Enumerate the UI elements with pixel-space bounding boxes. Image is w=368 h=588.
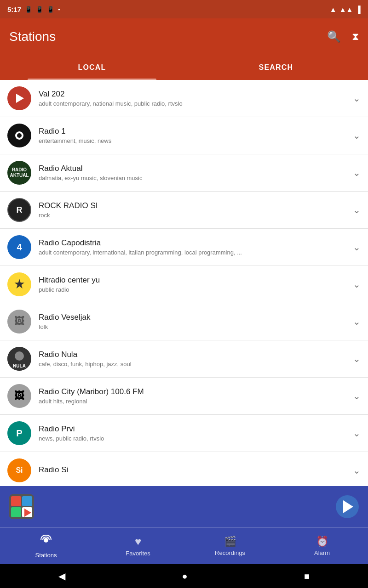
app-bar-icons: 🔍 ⧗ (327, 30, 359, 43)
tab-search[interactable]: SEARCH (184, 55, 368, 80)
timer-icon[interactable]: ⧗ (352, 31, 359, 43)
dot-icon: ● (58, 7, 60, 11)
tabs: LOCAL SEARCH (0, 55, 368, 80)
station-list: Val 202 adult contemporary, national mus… (0, 80, 368, 486)
svg-point-13 (44, 538, 48, 543)
svg-text:NULA: NULA (13, 363, 26, 368)
player-bar (0, 486, 368, 527)
android-recent-button[interactable]: ■ (304, 571, 310, 582)
station-item-nula[interactable]: NULA Radio Nula cafe, disco, funk, hipho… (0, 340, 368, 378)
chevron-icon-veseljak: ⌄ (353, 316, 361, 327)
station-item-capodistria[interactable]: 4 Radio Capodistria adult contemporary, … (0, 229, 368, 266)
nav-item-stations[interactable]: Stations (0, 534, 92, 559)
station-info-capodistria: Radio Capodistria adult contemporary, in… (39, 238, 353, 256)
station-logo-prvi: P (7, 421, 31, 445)
station-logo-si: Si (7, 458, 31, 482)
station-item-hitradio[interactable]: ★ Hitradio center yu public radio ⌄ (0, 266, 368, 303)
station-tags-prvi: news, public radio, rtvslo (39, 435, 353, 442)
chevron-icon-capodistria: ⌄ (353, 242, 361, 253)
station-item-veseljak[interactable]: 🖼 Radio Veseljak folk ⌄ (0, 303, 368, 340)
station-tags-capodistria: adult contemporary, international, itali… (39, 249, 353, 256)
station-info-radioaktual: Radio Aktual dalmatia, ex-yu music, slov… (39, 164, 353, 181)
station-item-radio1[interactable]: Radio 1 entertainment, music, news ⌄ (0, 117, 368, 154)
play-button[interactable] (336, 495, 359, 518)
station-logo-city: 🖼 (7, 384, 31, 408)
station-tags-veseljak: folk (39, 323, 353, 330)
station-name-prvi: Radio Prvi (39, 424, 353, 434)
sim-icon-1: 📱 (25, 6, 32, 13)
station-tags-radioaktual: dalmatia, ex-yu music, slovenian music (39, 175, 353, 181)
heart-icon: ♥ (135, 535, 141, 548)
svg-rect-9 (22, 496, 32, 506)
station-logo-hitradio: ★ (7, 272, 31, 296)
battery-icon: ▐ (356, 6, 361, 13)
station-info-si: Radio Si (39, 465, 353, 476)
nav-label-alarm: Alarm (314, 549, 330, 556)
station-tags-hitradio: public radio (39, 286, 353, 293)
wifi-icon: ▲ (330, 6, 337, 13)
station-info-val202: Val 202 adult contemporary, national mus… (39, 90, 353, 107)
chevron-icon-city: ⌄ (353, 390, 361, 401)
search-icon[interactable]: 🔍 (327, 30, 341, 43)
station-info-radio1: Radio 1 entertainment, music, news (39, 127, 353, 144)
chevron-icon-prvi: ⌄ (353, 428, 361, 439)
nav-label-recordings: Recordings (215, 549, 245, 556)
player-logo (9, 494, 34, 519)
chevron-icon-hitradio: ⌄ (353, 279, 361, 290)
status-left: 5:17 📱 📱 📱 ● (7, 6, 60, 13)
app-bar: Stations 🔍 ⧗ (0, 18, 368, 55)
station-name-radioaktual: Radio Aktual (39, 164, 353, 173)
station-name-rock: ROCK RADIO SI (39, 201, 353, 210)
station-logo-radioaktual: RADIOAKTUAL (7, 161, 31, 185)
nav-label-favorites: Favorites (126, 550, 150, 557)
station-name-val202: Val 202 (39, 90, 353, 99)
android-home-button[interactable]: ● (182, 571, 187, 582)
station-tags-radio1: entertainment, music, news (39, 137, 353, 144)
chevron-icon-nula: ⌄ (353, 353, 361, 364)
nav-item-alarm[interactable]: ⏰ Alarm (276, 536, 368, 556)
status-time: 5:17 (7, 6, 21, 13)
stations-icon (40, 534, 52, 550)
nav-label-stations: Stations (35, 552, 57, 559)
station-info-hitradio: Hitradio center yu public radio (39, 276, 353, 293)
station-info-veseljak: Radio Veseljak folk (39, 313, 353, 330)
signal-icon: ▲▲ (339, 6, 353, 13)
station-logo-nula: NULA (7, 347, 31, 371)
station-tags-val202: adult contemporary, national music, publ… (39, 100, 353, 107)
station-info-rock: ROCK RADIO SI rock (39, 201, 353, 219)
station-item-val202[interactable]: Val 202 adult contemporary, national mus… (0, 80, 368, 117)
station-name-si: Radio Si (39, 465, 353, 475)
station-logo-val202 (7, 86, 31, 110)
play-icon (343, 500, 353, 513)
status-bar: 5:17 📱 📱 📱 ● ▲ ▲▲ ▐ (0, 0, 368, 18)
svg-point-3 (17, 133, 22, 138)
nav-item-recordings[interactable]: 🎬 Recordings (184, 536, 276, 556)
station-name-hitradio: Hitradio center yu (39, 276, 353, 285)
station-logo-rock: R (7, 198, 31, 222)
station-logo-capodistria: 4 (7, 235, 31, 259)
station-name-veseljak: Radio Veseljak (39, 313, 353, 322)
station-item-prvi[interactable]: P Radio Prvi news, public radio, rtvslo … (0, 415, 368, 452)
alarm-icon: ⏰ (316, 536, 328, 548)
svg-point-5 (15, 351, 24, 361)
station-info-nula: Radio Nula cafe, disco, funk, hiphop, ja… (39, 350, 353, 368)
chevron-icon-rock: ⌄ (353, 204, 361, 215)
station-tags-city: adult hits, regional (39, 398, 353, 405)
station-logo-radio1 (7, 124, 31, 147)
nav-item-favorites[interactable]: ♥ Favorites (92, 535, 184, 557)
station-item-radioaktual[interactable]: RADIOAKTUAL Radio Aktual dalmatia, ex-yu… (0, 154, 368, 192)
sim-icon-3: 📱 (47, 6, 54, 13)
station-name-nula: Radio Nula (39, 350, 353, 359)
android-back-button[interactable]: ◀ (58, 571, 65, 582)
chevron-icon-radioaktual: ⌄ (353, 167, 361, 178)
station-item-city[interactable]: 🖼 Radio City (Maribor) 100.6 FM adult hi… (0, 378, 368, 415)
chevron-icon-radio1: ⌄ (353, 130, 361, 141)
svg-rect-10 (11, 507, 21, 517)
station-name-city: Radio City (Maribor) 100.6 FM (39, 387, 353, 396)
station-item-rock[interactable]: R ROCK RADIO SI rock ⌄ (0, 192, 368, 229)
station-info-prvi: Radio Prvi news, public radio, rtvslo (39, 424, 353, 442)
tab-local[interactable]: LOCAL (0, 55, 184, 80)
app-title: Stations (9, 29, 56, 44)
station-item-si[interactable]: Si Radio Si ⌄ (0, 452, 368, 486)
station-tags-nula: cafe, disco, funk, hiphop, jazz, soul (39, 361, 353, 368)
